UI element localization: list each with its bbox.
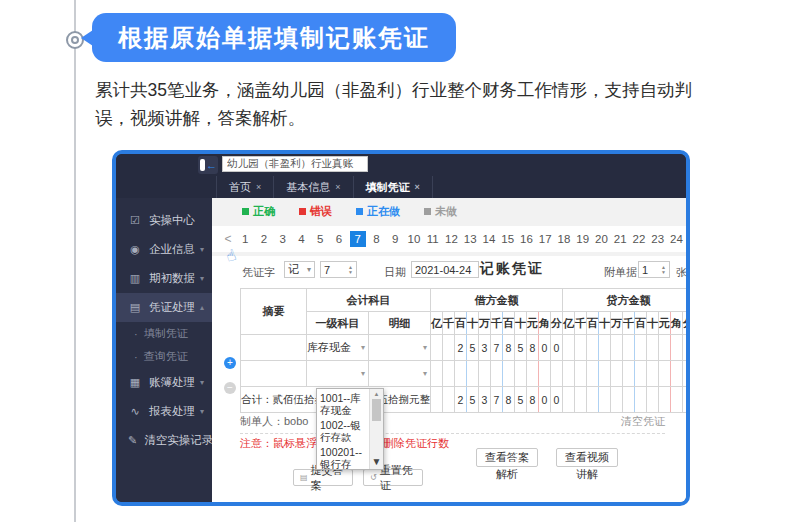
credit-digit-cell[interactable] bbox=[623, 361, 635, 387]
question-number-24[interactable]: 24 bbox=[667, 233, 686, 245]
credit-digit-cell[interactable] bbox=[647, 361, 659, 387]
debit-digit-cell[interactable] bbox=[551, 361, 563, 387]
question-number-11[interactable]: 11 bbox=[423, 233, 442, 245]
question-number-9[interactable]: 9 bbox=[386, 233, 405, 245]
credit-digit-cell[interactable] bbox=[611, 335, 623, 361]
debit-digit-cell[interactable]: 0 bbox=[551, 335, 563, 361]
debit-digit-cell[interactable]: 5 bbox=[515, 335, 527, 361]
sidebar-collapse-button[interactable]: ← bbox=[198, 156, 218, 174]
credit-digit-cell[interactable] bbox=[635, 335, 647, 361]
summary-cell[interactable] bbox=[241, 335, 307, 361]
debit-digit-cell[interactable] bbox=[467, 361, 479, 387]
credit-digit-cell[interactable] bbox=[683, 335, 691, 361]
credit-digit-cell[interactable] bbox=[671, 361, 683, 387]
debit-digit-cell[interactable] bbox=[443, 361, 455, 387]
detail-account-select[interactable]: ▾ bbox=[369, 361, 431, 387]
tab-填制凭证[interactable]: 填制凭证 × bbox=[354, 176, 433, 198]
sidebar-subitem-查询凭证[interactable]: · 查询凭证 bbox=[116, 345, 212, 368]
course-title-input[interactable] bbox=[222, 156, 368, 172]
question-number-5[interactable]: 5 bbox=[311, 233, 330, 245]
question-number-15[interactable]: 15 bbox=[498, 233, 517, 245]
reset-voucher-button[interactable]: ↺ 重置凭证 bbox=[363, 469, 423, 486]
sidebar-item-账簿处理[interactable]: ▦ 账簿处理 ▾ bbox=[116, 368, 212, 397]
question-number-6[interactable]: 6 bbox=[330, 233, 349, 245]
scroll-down-icon[interactable]: ▼ bbox=[372, 456, 382, 467]
scrollbar-thumb[interactable] bbox=[372, 399, 381, 421]
level1-account-select[interactable]: 库存现金▾ bbox=[307, 335, 369, 361]
sidebar-item-实操中心[interactable]: ☑ 实操中心 bbox=[116, 206, 212, 235]
sidebar-item-清空实操记录[interactable]: ✎ 清空实操记录 bbox=[116, 426, 212, 455]
question-number-20[interactable]: 20 bbox=[592, 233, 611, 245]
debit-digit-cell[interactable] bbox=[431, 335, 443, 361]
clear-voucher-link[interactable]: 清空凭证 bbox=[621, 414, 665, 429]
dropdown-option[interactable]: 1002--银行存款 bbox=[320, 419, 366, 444]
tab-首页[interactable]: 首页 × bbox=[216, 176, 274, 198]
debit-digit-cell[interactable] bbox=[527, 361, 539, 387]
debit-digit-cell[interactable]: 8 bbox=[527, 335, 539, 361]
debit-digit-cell[interactable] bbox=[539, 361, 551, 387]
credit-digit-cell[interactable] bbox=[635, 361, 647, 387]
debit-digit-cell[interactable]: 3 bbox=[479, 335, 491, 361]
dropdown-option[interactable]: 1001--库存现金 bbox=[320, 392, 366, 417]
credit-digit-cell[interactable] bbox=[671, 335, 683, 361]
close-icon[interactable]: × bbox=[256, 182, 261, 192]
credit-digit-cell[interactable] bbox=[623, 335, 635, 361]
credit-digit-cell[interactable] bbox=[587, 335, 599, 361]
tab-基本信息[interactable]: 基本信息 × bbox=[274, 176, 353, 198]
question-number-23[interactable]: 23 bbox=[648, 233, 667, 245]
credit-digit-cell[interactable] bbox=[575, 361, 587, 387]
debit-digit-cell[interactable]: 2 bbox=[455, 335, 467, 361]
credit-digit-cell[interactable] bbox=[659, 361, 671, 387]
sidebar-item-企业信息[interactable]: ◉ 企业信息 ▾ bbox=[116, 235, 212, 264]
spinner-icon[interactable]: ▲▼ bbox=[348, 265, 353, 275]
question-number-21[interactable]: 21 bbox=[611, 233, 630, 245]
credit-digit-cell[interactable] bbox=[587, 361, 599, 387]
question-number-3[interactable]: 3 bbox=[273, 233, 292, 245]
question-number-2[interactable]: 2 bbox=[255, 233, 274, 245]
question-number-4[interactable]: 4 bbox=[292, 233, 311, 245]
debit-digit-cell[interactable] bbox=[503, 361, 515, 387]
credit-digit-cell[interactable] bbox=[683, 361, 691, 387]
question-number-10[interactable]: 10 bbox=[405, 233, 424, 245]
question-number-17[interactable]: 17 bbox=[536, 233, 555, 245]
question-number-18[interactable]: 18 bbox=[555, 233, 574, 245]
spinner-icon[interactable]: ▲▼ bbox=[661, 265, 666, 275]
credit-digit-cell[interactable] bbox=[599, 361, 611, 387]
debit-digit-cell[interactable] bbox=[455, 361, 467, 387]
view-answer-button[interactable]: 查看答案 解析 bbox=[476, 448, 538, 481]
pagination-prev[interactable]: < bbox=[220, 232, 236, 246]
sidebar-item-报表处理[interactable]: ∿ 报表处理 ▾ bbox=[116, 397, 212, 426]
close-icon[interactable]: × bbox=[415, 182, 420, 192]
scroll-up-icon[interactable]: ▲ bbox=[374, 391, 380, 397]
credit-digit-cell[interactable] bbox=[563, 335, 575, 361]
question-number-12[interactable]: 12 bbox=[442, 233, 461, 245]
question-number-22[interactable]: 22 bbox=[630, 233, 649, 245]
sidebar-subitem-填制凭证[interactable]: · 填制凭证 bbox=[116, 322, 212, 345]
add-row-button[interactable]: + bbox=[224, 357, 236, 369]
debit-digit-cell[interactable] bbox=[491, 361, 503, 387]
debit-digit-cell[interactable] bbox=[515, 361, 527, 387]
debit-digit-cell[interactable]: 7 bbox=[491, 335, 503, 361]
submit-answer-button[interactable]: ▤ 提交答案 bbox=[293, 469, 353, 486]
question-number-8[interactable]: 8 bbox=[367, 233, 386, 245]
credit-digit-cell[interactable] bbox=[647, 335, 659, 361]
credit-digit-cell[interactable] bbox=[611, 361, 623, 387]
sidebar-item-期初数据[interactable]: ▥ 期初数据 ▾ bbox=[116, 264, 212, 293]
debit-digit-cell[interactable]: 8 bbox=[503, 335, 515, 361]
sidebar-item-凭证处理[interactable]: ▤ 凭证处理 ▴ bbox=[116, 293, 212, 322]
debit-digit-cell[interactable]: 5 bbox=[467, 335, 479, 361]
view-video-button[interactable]: 查看视频 讲解 bbox=[556, 448, 618, 481]
remove-row-button[interactable]: − bbox=[224, 382, 236, 394]
debit-digit-cell[interactable]: 0 bbox=[539, 335, 551, 361]
credit-digit-cell[interactable] bbox=[599, 335, 611, 361]
credit-digit-cell[interactable] bbox=[563, 361, 575, 387]
question-number-16[interactable]: 16 bbox=[517, 233, 536, 245]
close-icon[interactable]: × bbox=[335, 182, 340, 192]
debit-digit-cell[interactable] bbox=[443, 335, 455, 361]
debit-digit-cell[interactable] bbox=[479, 361, 491, 387]
question-number-14[interactable]: 14 bbox=[480, 233, 499, 245]
credit-digit-cell[interactable] bbox=[575, 335, 587, 361]
voucher-number-stepper[interactable]: 7 ▲▼ bbox=[320, 261, 357, 278]
voucher-word-select[interactable]: 记 ▾ bbox=[284, 261, 315, 278]
debit-digit-cell[interactable] bbox=[431, 361, 443, 387]
